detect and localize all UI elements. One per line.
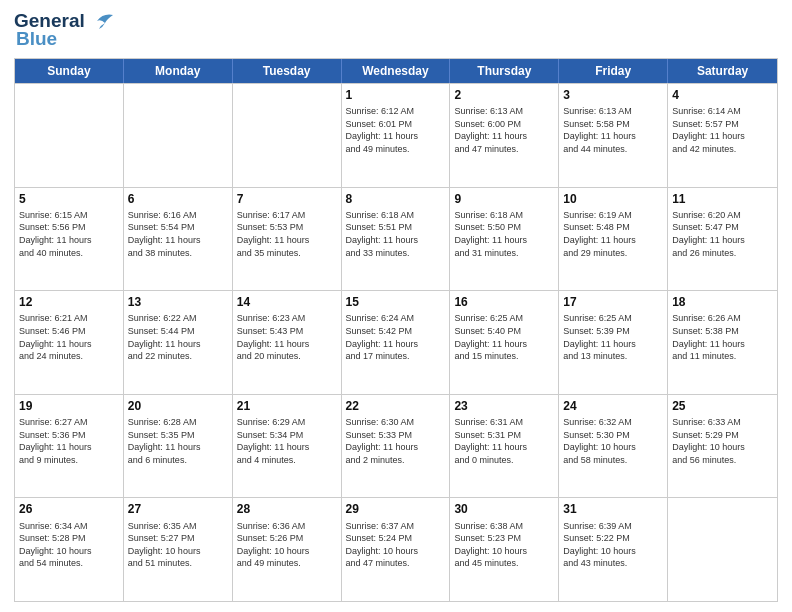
logo: General Blue [14, 10, 113, 50]
day-number: 8 [346, 191, 446, 207]
day-number: 16 [454, 294, 554, 310]
day-info: Sunrise: 6:30 AM Sunset: 5:33 PM Dayligh… [346, 416, 446, 466]
calendar-row-4: 19Sunrise: 6:27 AM Sunset: 5:36 PM Dayli… [15, 394, 777, 498]
calendar: SundayMondayTuesdayWednesdayThursdayFrid… [14, 58, 778, 602]
day-cell-17: 17Sunrise: 6:25 AM Sunset: 5:39 PM Dayli… [559, 291, 668, 394]
empty-cell [124, 84, 233, 187]
day-cell-24: 24Sunrise: 6:32 AM Sunset: 5:30 PM Dayli… [559, 395, 668, 498]
day-number: 26 [19, 501, 119, 517]
day-info: Sunrise: 6:25 AM Sunset: 5:39 PM Dayligh… [563, 312, 663, 362]
day-info: Sunrise: 6:21 AM Sunset: 5:46 PM Dayligh… [19, 312, 119, 362]
day-cell-29: 29Sunrise: 6:37 AM Sunset: 5:24 PM Dayli… [342, 498, 451, 601]
day-info: Sunrise: 6:14 AM Sunset: 5:57 PM Dayligh… [672, 105, 773, 155]
day-cell-20: 20Sunrise: 6:28 AM Sunset: 5:35 PM Dayli… [124, 395, 233, 498]
day-info: Sunrise: 6:29 AM Sunset: 5:34 PM Dayligh… [237, 416, 337, 466]
day-info: Sunrise: 6:24 AM Sunset: 5:42 PM Dayligh… [346, 312, 446, 362]
day-number: 28 [237, 501, 337, 517]
day-number: 24 [563, 398, 663, 414]
day-cell-7: 7Sunrise: 6:17 AM Sunset: 5:53 PM Daylig… [233, 188, 342, 291]
day-cell-15: 15Sunrise: 6:24 AM Sunset: 5:42 PM Dayli… [342, 291, 451, 394]
calendar-row-1: 1Sunrise: 6:12 AM Sunset: 6:01 PM Daylig… [15, 83, 777, 187]
day-info: Sunrise: 6:37 AM Sunset: 5:24 PM Dayligh… [346, 520, 446, 570]
day-cell-13: 13Sunrise: 6:22 AM Sunset: 5:44 PM Dayli… [124, 291, 233, 394]
day-number: 18 [672, 294, 773, 310]
day-cell-28: 28Sunrise: 6:36 AM Sunset: 5:26 PM Dayli… [233, 498, 342, 601]
day-cell-11: 11Sunrise: 6:20 AM Sunset: 5:47 PM Dayli… [668, 188, 777, 291]
day-number: 6 [128, 191, 228, 207]
day-info: Sunrise: 6:26 AM Sunset: 5:38 PM Dayligh… [672, 312, 773, 362]
day-info: Sunrise: 6:18 AM Sunset: 5:51 PM Dayligh… [346, 209, 446, 259]
day-number: 3 [563, 87, 663, 103]
day-number: 29 [346, 501, 446, 517]
day-number: 4 [672, 87, 773, 103]
day-number: 17 [563, 294, 663, 310]
logo-blue: Blue [16, 28, 57, 50]
day-cell-8: 8Sunrise: 6:18 AM Sunset: 5:51 PM Daylig… [342, 188, 451, 291]
day-cell-30: 30Sunrise: 6:38 AM Sunset: 5:23 PM Dayli… [450, 498, 559, 601]
calendar-row-5: 26Sunrise: 6:34 AM Sunset: 5:28 PM Dayli… [15, 497, 777, 601]
day-number: 15 [346, 294, 446, 310]
calendar-header: SundayMondayTuesdayWednesdayThursdayFrid… [15, 59, 777, 83]
day-info: Sunrise: 6:13 AM Sunset: 5:58 PM Dayligh… [563, 105, 663, 155]
header: General Blue [14, 10, 778, 50]
day-info: Sunrise: 6:13 AM Sunset: 6:00 PM Dayligh… [454, 105, 554, 155]
day-info: Sunrise: 6:32 AM Sunset: 5:30 PM Dayligh… [563, 416, 663, 466]
day-cell-27: 27Sunrise: 6:35 AM Sunset: 5:27 PM Dayli… [124, 498, 233, 601]
day-info: Sunrise: 6:23 AM Sunset: 5:43 PM Dayligh… [237, 312, 337, 362]
day-info: Sunrise: 6:36 AM Sunset: 5:26 PM Dayligh… [237, 520, 337, 570]
day-number: 31 [563, 501, 663, 517]
empty-cell [15, 84, 124, 187]
day-number: 30 [454, 501, 554, 517]
day-info: Sunrise: 6:25 AM Sunset: 5:40 PM Dayligh… [454, 312, 554, 362]
day-info: Sunrise: 6:19 AM Sunset: 5:48 PM Dayligh… [563, 209, 663, 259]
day-info: Sunrise: 6:38 AM Sunset: 5:23 PM Dayligh… [454, 520, 554, 570]
day-cell-9: 9Sunrise: 6:18 AM Sunset: 5:50 PM Daylig… [450, 188, 559, 291]
day-cell-31: 31Sunrise: 6:39 AM Sunset: 5:22 PM Dayli… [559, 498, 668, 601]
day-info: Sunrise: 6:31 AM Sunset: 5:31 PM Dayligh… [454, 416, 554, 466]
calendar-body: 1Sunrise: 6:12 AM Sunset: 6:01 PM Daylig… [15, 83, 777, 601]
day-number: 5 [19, 191, 119, 207]
day-info: Sunrise: 6:39 AM Sunset: 5:22 PM Dayligh… [563, 520, 663, 570]
day-number: 25 [672, 398, 773, 414]
day-cell-18: 18Sunrise: 6:26 AM Sunset: 5:38 PM Dayli… [668, 291, 777, 394]
day-number: 11 [672, 191, 773, 207]
day-number: 9 [454, 191, 554, 207]
day-cell-22: 22Sunrise: 6:30 AM Sunset: 5:33 PM Dayli… [342, 395, 451, 498]
empty-cell [233, 84, 342, 187]
calendar-row-3: 12Sunrise: 6:21 AM Sunset: 5:46 PM Dayli… [15, 290, 777, 394]
day-cell-5: 5Sunrise: 6:15 AM Sunset: 5:56 PM Daylig… [15, 188, 124, 291]
header-day-monday: Monday [124, 59, 233, 83]
day-cell-19: 19Sunrise: 6:27 AM Sunset: 5:36 PM Dayli… [15, 395, 124, 498]
day-cell-1: 1Sunrise: 6:12 AM Sunset: 6:01 PM Daylig… [342, 84, 451, 187]
day-cell-6: 6Sunrise: 6:16 AM Sunset: 5:54 PM Daylig… [124, 188, 233, 291]
header-day-tuesday: Tuesday [233, 59, 342, 83]
day-number: 12 [19, 294, 119, 310]
day-cell-12: 12Sunrise: 6:21 AM Sunset: 5:46 PM Dayli… [15, 291, 124, 394]
day-cell-3: 3Sunrise: 6:13 AM Sunset: 5:58 PM Daylig… [559, 84, 668, 187]
header-day-saturday: Saturday [668, 59, 777, 83]
day-info: Sunrise: 6:27 AM Sunset: 5:36 PM Dayligh… [19, 416, 119, 466]
day-number: 10 [563, 191, 663, 207]
day-cell-14: 14Sunrise: 6:23 AM Sunset: 5:43 PM Dayli… [233, 291, 342, 394]
day-info: Sunrise: 6:35 AM Sunset: 5:27 PM Dayligh… [128, 520, 228, 570]
day-cell-26: 26Sunrise: 6:34 AM Sunset: 5:28 PM Dayli… [15, 498, 124, 601]
day-cell-16: 16Sunrise: 6:25 AM Sunset: 5:40 PM Dayli… [450, 291, 559, 394]
day-info: Sunrise: 6:34 AM Sunset: 5:28 PM Dayligh… [19, 520, 119, 570]
calendar-row-2: 5Sunrise: 6:15 AM Sunset: 5:56 PM Daylig… [15, 187, 777, 291]
logo-bird-icon [87, 11, 113, 31]
empty-cell [668, 498, 777, 601]
header-day-sunday: Sunday [15, 59, 124, 83]
day-cell-25: 25Sunrise: 6:33 AM Sunset: 5:29 PM Dayli… [668, 395, 777, 498]
header-day-thursday: Thursday [450, 59, 559, 83]
day-number: 7 [237, 191, 337, 207]
day-number: 1 [346, 87, 446, 103]
day-info: Sunrise: 6:33 AM Sunset: 5:29 PM Dayligh… [672, 416, 773, 466]
day-info: Sunrise: 6:18 AM Sunset: 5:50 PM Dayligh… [454, 209, 554, 259]
day-number: 23 [454, 398, 554, 414]
day-info: Sunrise: 6:12 AM Sunset: 6:01 PM Dayligh… [346, 105, 446, 155]
day-number: 27 [128, 501, 228, 517]
day-info: Sunrise: 6:17 AM Sunset: 5:53 PM Dayligh… [237, 209, 337, 259]
day-info: Sunrise: 6:22 AM Sunset: 5:44 PM Dayligh… [128, 312, 228, 362]
day-cell-21: 21Sunrise: 6:29 AM Sunset: 5:34 PM Dayli… [233, 395, 342, 498]
day-number: 22 [346, 398, 446, 414]
